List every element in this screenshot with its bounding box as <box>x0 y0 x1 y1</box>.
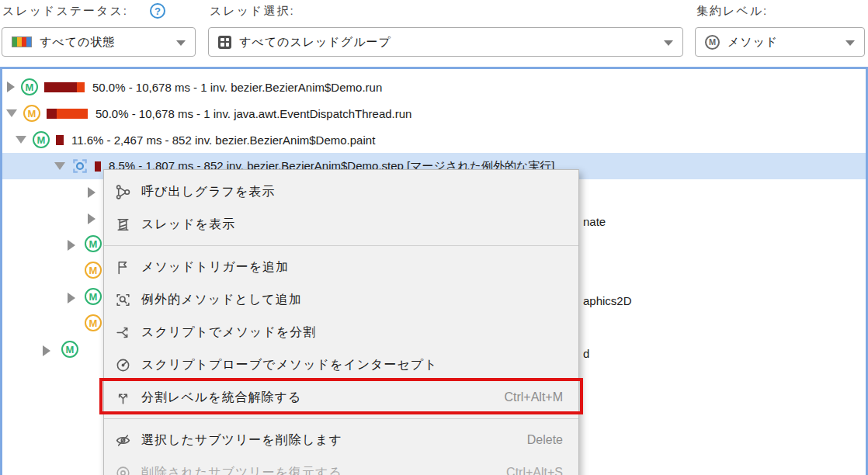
menu-shortcut: Delete <box>527 433 563 447</box>
chevron-down-icon <box>176 40 186 46</box>
tree-row[interactable]: M 50.0% - 10,678 ms - 1 inv. java.awt.Ev… <box>2 100 866 127</box>
chevron-down-icon <box>845 40 855 46</box>
method-icon: M <box>21 78 38 95</box>
context-menu: 呼び出しグラフを表示 スレッドを表示 メソッドトリガーを追加 例外的メソッドとし… <box>103 169 579 475</box>
menu-item-show-threads[interactable]: スレッドを表示 <box>104 208 578 241</box>
menu-item-unmerge-splitting-level[interactable]: 分割レベルを統合解除する Ctrl+Alt+M <box>104 381 578 414</box>
flag-icon <box>115 259 131 276</box>
expand-icon[interactable] <box>43 345 50 356</box>
thread-status-dropdown[interactable]: すべての状態 <box>2 27 196 57</box>
expand-icon[interactable] <box>88 187 95 198</box>
help-icon[interactable]: ? <box>150 3 165 19</box>
method-icon: M <box>85 288 102 305</box>
thread-groups-icon <box>218 36 231 49</box>
collapse-icon[interactable] <box>54 162 65 170</box>
tree-row-label-fragment: d <box>583 341 589 367</box>
menu-item-remove-selected-subtree[interactable]: 選択したサブツリーを削除します Delete <box>104 424 578 456</box>
aggregation-label: 集約レベル: <box>696 4 768 19</box>
exceptional-method-icon <box>115 292 131 308</box>
tree-row-label-fragment: aphics2D <box>583 288 632 314</box>
time-bar <box>95 161 101 172</box>
thread-states-icon <box>12 36 32 47</box>
collapse-icon[interactable] <box>16 136 26 144</box>
tree-row-label-fragment: nate <box>583 209 606 235</box>
method-icon: M <box>85 262 102 279</box>
aggregation-value: メソッド <box>727 35 778 50</box>
menu-item-intercept-method-with-script-probe[interactable]: スクリプトプローブでメソッドをインターセプト <box>104 348 578 381</box>
restore-icon <box>115 465 131 475</box>
time-bar <box>44 82 85 92</box>
thread-selection-dropdown[interactable]: すべてのスレッドグループ <box>208 27 683 57</box>
expand-icon[interactable] <box>68 293 75 303</box>
menu-shortcut: Ctrl+Alt+S <box>506 466 563 475</box>
method-icon: M <box>23 105 40 122</box>
menu-item-restore-removed-subtrees[interactable]: 削除されたサブツリーを復元する Ctrl+Alt+S <box>104 456 578 475</box>
tree-row[interactable]: M 11.6% - 2,467 ms - 852 inv. bezier.Bez… <box>2 127 866 153</box>
aggregation-dropdown[interactable]: M メソッド <box>695 27 865 57</box>
menu-item-add-exceptional-method[interactable]: 例外的メソッドとして追加 <box>104 283 578 316</box>
tree-row-label: 11.6% - 2,467 ms - 852 inv. bezier.Bezie… <box>71 133 375 147</box>
method-icon: M <box>85 235 102 252</box>
thread-selection-value: すべてのスレッドグループ <box>239 35 391 50</box>
menu-separator <box>104 418 578 419</box>
collapse-icon[interactable] <box>6 109 17 117</box>
thread-status-label: スレッドステータス: <box>2 4 128 19</box>
menu-separator <box>104 245 578 246</box>
threads-icon <box>115 217 131 233</box>
menu-shortcut: Ctrl+Alt+M <box>504 390 563 404</box>
script-probe-icon <box>115 357 131 373</box>
expand-icon[interactable] <box>88 213 95 224</box>
chevron-down-icon <box>664 40 673 46</box>
tree-row-label: 50.0% - 10,678 ms - 1 inv. java.awt.Even… <box>95 107 411 120</box>
method-aggregation-icon: M <box>705 35 720 50</box>
split-method-icon <box>71 158 89 175</box>
method-icon: M <box>61 341 78 358</box>
method-icon: M <box>85 314 102 331</box>
time-bar <box>47 109 88 119</box>
time-bar <box>56 135 64 145</box>
thread-status-value: すべての状態 <box>40 35 115 50</box>
menu-item-show-call-graph[interactable]: 呼び出しグラフを表示 <box>104 175 578 208</box>
menu-item-add-method-trigger[interactable]: メソッドトリガーを追加 <box>104 251 578 283</box>
thread-selection-label: スレッド選択: <box>210 4 295 19</box>
expand-icon[interactable] <box>68 240 75 251</box>
call-graph-icon <box>115 184 131 200</box>
split-method-icon <box>115 324 131 341</box>
tree-row-label: 50.0% - 10,678 ms - 1 inv. bezier.Bezier… <box>92 81 382 94</box>
expand-icon[interactable] <box>7 81 15 92</box>
unmerge-icon <box>115 390 131 406</box>
method-icon: M <box>33 131 50 148</box>
menu-item-split-method-with-script[interactable]: スクリプトでメソッドを分割 <box>104 316 578 348</box>
tree-row[interactable]: M 50.0% - 10,678 ms - 1 inv. bezier.Bezi… <box>2 74 866 100</box>
eye-slash-icon <box>115 432 131 449</box>
